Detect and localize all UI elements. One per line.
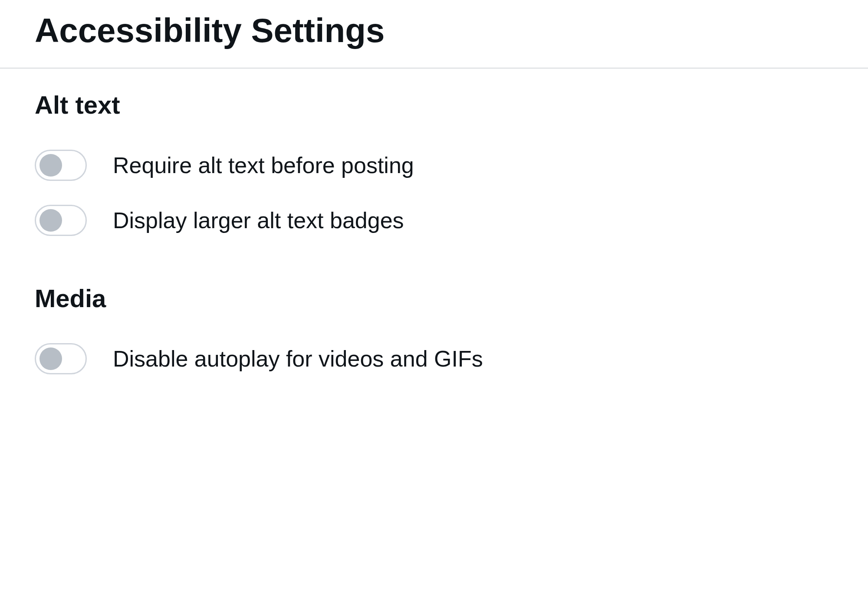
toggle-disable-autoplay[interactable]: [35, 343, 87, 374]
section-heading-alt-text: Alt text: [35, 90, 833, 119]
setting-row-disable-autoplay: Disable autoplay for videos and GIFs: [35, 343, 833, 374]
toggle-knob-icon: [39, 154, 62, 177]
setting-label-larger-alt-badges: Display larger alt text badges: [113, 207, 404, 234]
toggle-larger-alt-badges[interactable]: [35, 205, 87, 236]
toggle-knob-icon: [39, 347, 62, 370]
toggle-require-alt-text[interactable]: [35, 150, 87, 181]
toggle-knob-icon: [39, 209, 62, 232]
page-title: Accessibility Settings: [0, 0, 868, 68]
setting-row-require-alt-text: Require alt text before posting: [35, 150, 833, 181]
setting-label-require-alt-text: Require alt text before posting: [113, 152, 414, 179]
section-alt-text: Alt text Require alt text before posting…: [0, 69, 868, 262]
section-heading-media: Media: [35, 284, 833, 313]
setting-label-disable-autoplay: Disable autoplay for videos and GIFs: [113, 345, 483, 372]
section-media: Media Disable autoplay for videos and GI…: [0, 262, 868, 400]
setting-row-larger-alt-badges: Display larger alt text badges: [35, 205, 833, 236]
